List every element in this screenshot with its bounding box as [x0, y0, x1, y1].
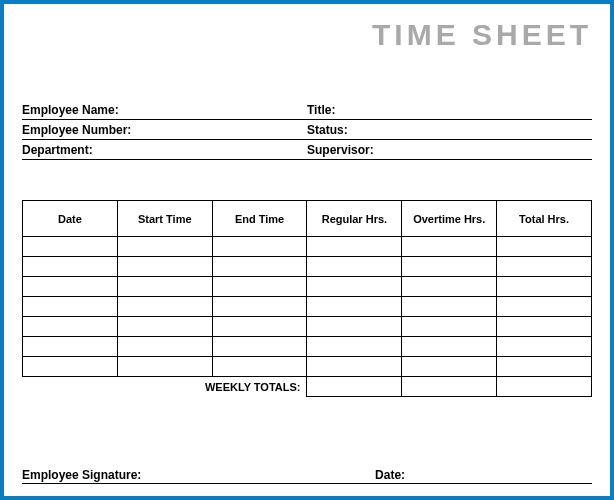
table-cell[interactable]	[402, 297, 497, 317]
table-cell[interactable]	[497, 357, 592, 377]
table-cell[interactable]	[117, 297, 212, 317]
table-cell[interactable]	[117, 357, 212, 377]
weekly-totals-row: WEEKLY TOTALS:	[23, 377, 592, 397]
department-field[interactable]: Department:	[22, 140, 307, 160]
table-cell[interactable]	[117, 257, 212, 277]
table-cell[interactable]	[117, 337, 212, 357]
table-cell[interactable]	[212, 337, 307, 357]
weekly-total-regular[interactable]	[307, 377, 402, 397]
timesheet-table: Date Start Time End Time Regular Hrs. Ov…	[22, 200, 592, 397]
footer: Employee Signature: Date:	[22, 468, 592, 484]
table-cell[interactable]	[23, 317, 118, 337]
table-cell[interactable]	[307, 277, 402, 297]
table-cell[interactable]	[497, 277, 592, 297]
employee-info: Employee Name: Employee Number: Departme…	[22, 100, 592, 160]
col-overtime-hrs: Overtime Hrs.	[402, 201, 497, 237]
table-cell[interactable]	[402, 257, 497, 277]
table-row	[23, 317, 592, 337]
status-field[interactable]: Status:	[307, 120, 592, 140]
weekly-totals-label: WEEKLY TOTALS:	[117, 377, 307, 397]
table-cell[interactable]	[212, 297, 307, 317]
timesheet-page: TIME SHEET Employee Name: Employee Numbe…	[0, 0, 614, 500]
table-cell[interactable]	[117, 237, 212, 257]
col-start-time: Start Time	[117, 201, 212, 237]
col-end-time: End Time	[212, 201, 307, 237]
table-cell[interactable]	[307, 317, 402, 337]
table-row	[23, 357, 592, 377]
table-row	[23, 297, 592, 317]
table-cell[interactable]	[23, 237, 118, 257]
employee-number-field[interactable]: Employee Number:	[22, 120, 307, 140]
col-total-hrs: Total Hrs.	[497, 201, 592, 237]
page-title: TIME SHEET	[22, 18, 592, 52]
table-cell[interactable]	[307, 297, 402, 317]
info-right-column: Title: Status: Supervisor:	[307, 100, 592, 160]
table-cell[interactable]	[212, 277, 307, 297]
table-cell[interactable]	[23, 277, 118, 297]
table-cell[interactable]	[23, 337, 118, 357]
table-cell[interactable]	[307, 357, 402, 377]
weekly-total-total[interactable]	[497, 377, 592, 397]
table-cell[interactable]	[212, 317, 307, 337]
table-cell[interactable]	[117, 317, 212, 337]
col-regular-hrs: Regular Hrs.	[307, 201, 402, 237]
table-cell[interactable]	[402, 337, 497, 357]
table-cell[interactable]	[307, 257, 402, 277]
table-header-row: Date Start Time End Time Regular Hrs. Ov…	[23, 201, 592, 237]
table-cell[interactable]	[212, 257, 307, 277]
table-cell[interactable]	[497, 337, 592, 357]
col-date: Date	[23, 201, 118, 237]
table-row	[23, 237, 592, 257]
title-field[interactable]: Title:	[307, 100, 592, 120]
table-cell[interactable]	[402, 317, 497, 337]
table-cell[interactable]	[307, 237, 402, 257]
employee-signature-field[interactable]: Employee Signature:	[22, 468, 369, 484]
table-cell[interactable]	[307, 337, 402, 357]
table-row	[23, 337, 592, 357]
table-cell[interactable]	[23, 297, 118, 317]
table-row	[23, 277, 592, 297]
supervisor-field[interactable]: Supervisor:	[307, 140, 592, 160]
table-cell[interactable]	[23, 257, 118, 277]
table-cell[interactable]	[117, 277, 212, 297]
weekly-total-overtime[interactable]	[402, 377, 497, 397]
date-field[interactable]: Date:	[369, 468, 592, 484]
table-cell[interactable]	[497, 257, 592, 277]
table-cell[interactable]	[212, 237, 307, 257]
table-cell[interactable]	[497, 297, 592, 317]
employee-name-field[interactable]: Employee Name:	[22, 100, 307, 120]
table-cell[interactable]	[497, 237, 592, 257]
table-row	[23, 257, 592, 277]
table-cell[interactable]	[212, 357, 307, 377]
table-cell[interactable]	[402, 237, 497, 257]
info-left-column: Employee Name: Employee Number: Departme…	[22, 100, 307, 160]
table-cell[interactable]	[402, 277, 497, 297]
table-cell[interactable]	[402, 357, 497, 377]
table-cell[interactable]	[497, 317, 592, 337]
table-cell[interactable]	[23, 357, 118, 377]
